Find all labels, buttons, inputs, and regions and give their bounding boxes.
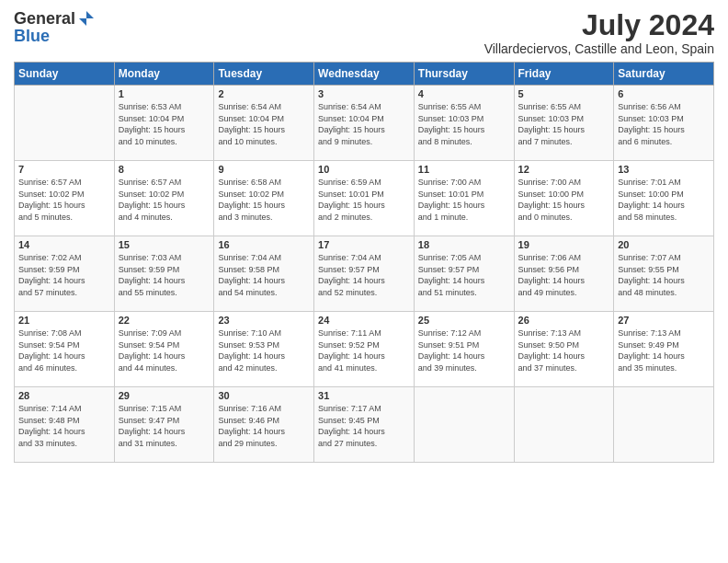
calendar-cell: 27Sunrise: 7:13 AM Sunset: 9:49 PM Dayli… [614, 312, 714, 387]
day-number: 3 [318, 88, 410, 99]
day-number: 1 [119, 88, 210, 99]
calendar-cell: 4Sunrise: 6:55 AM Sunset: 10:03 PM Dayli… [414, 86, 514, 161]
calendar-cell: 23Sunrise: 7:10 AM Sunset: 9:53 PM Dayli… [214, 312, 314, 387]
day-info: Sunrise: 7:12 AM Sunset: 9:51 PM Dayligh… [418, 327, 510, 373]
day-info: Sunrise: 7:13 AM Sunset: 9:50 PM Dayligh… [518, 327, 610, 373]
calendar-cell: 21Sunrise: 7:08 AM Sunset: 9:54 PM Dayli… [15, 312, 115, 387]
day-info: Sunrise: 6:55 AM Sunset: 10:03 PM Daylig… [518, 101, 610, 147]
month-title: July 2024 [484, 9, 714, 41]
day-info: Sunrise: 6:54 AM Sunset: 10:04 PM Daylig… [218, 101, 310, 147]
calendar-cell [514, 387, 614, 463]
calendar-cell: 19Sunrise: 7:06 AM Sunset: 9:56 PM Dayli… [514, 236, 614, 312]
day-info: Sunrise: 7:01 AM Sunset: 10:00 PM Daylig… [618, 177, 710, 223]
day-number: 22 [119, 315, 210, 326]
calendar-cell: 14Sunrise: 7:02 AM Sunset: 9:59 PM Dayli… [15, 236, 115, 312]
calendar-cell: 9Sunrise: 6:58 AM Sunset: 10:02 PM Dayli… [214, 161, 314, 236]
calendar-cell: 30Sunrise: 7:16 AM Sunset: 9:46 PM Dayli… [214, 387, 314, 463]
day-info: Sunrise: 6:53 AM Sunset: 10:04 PM Daylig… [119, 101, 210, 147]
week-row-3: 21Sunrise: 7:08 AM Sunset: 9:54 PM Dayli… [15, 312, 714, 387]
logo: General Blue [14, 9, 96, 46]
day-info: Sunrise: 7:02 AM Sunset: 9:59 PM Dayligh… [18, 252, 110, 298]
day-number: 24 [318, 315, 410, 326]
col-saturday: Saturday [614, 63, 714, 86]
week-row-0: 1Sunrise: 6:53 AM Sunset: 10:04 PM Dayli… [15, 86, 714, 161]
day-info: Sunrise: 7:14 AM Sunset: 9:48 PM Dayligh… [18, 403, 110, 449]
day-info: Sunrise: 6:57 AM Sunset: 10:02 PM Daylig… [119, 177, 210, 223]
page: General Blue July 2024 Villardeciervos, … [0, 0, 728, 563]
day-number: 2 [218, 88, 310, 99]
logo-general: General [14, 9, 75, 29]
calendar-cell [414, 387, 514, 463]
day-number: 6 [618, 88, 710, 99]
calendar-cell: 2Sunrise: 6:54 AM Sunset: 10:04 PM Dayli… [214, 86, 314, 161]
day-number: 7 [18, 164, 110, 175]
day-number: 27 [618, 315, 710, 326]
calendar-cell: 11Sunrise: 7:00 AM Sunset: 10:01 PM Dayl… [414, 161, 514, 236]
day-number: 16 [218, 239, 310, 250]
calendar-cell: 18Sunrise: 7:05 AM Sunset: 9:57 PM Dayli… [414, 236, 514, 312]
day-number: 31 [318, 390, 410, 401]
day-info: Sunrise: 7:07 AM Sunset: 9:55 PM Dayligh… [618, 252, 710, 298]
day-number: 8 [119, 164, 210, 175]
week-row-1: 7Sunrise: 6:57 AM Sunset: 10:02 PM Dayli… [15, 161, 714, 236]
calendar-cell: 8Sunrise: 6:57 AM Sunset: 10:02 PM Dayli… [114, 161, 214, 236]
day-number: 29 [119, 390, 210, 401]
calendar-cell: 31Sunrise: 7:17 AM Sunset: 9:45 PM Dayli… [314, 387, 415, 463]
logo-icon [77, 9, 96, 28]
day-number: 5 [518, 88, 610, 99]
day-number: 18 [418, 239, 510, 250]
day-number: 12 [518, 164, 610, 175]
calendar-cell: 16Sunrise: 7:04 AM Sunset: 9:58 PM Dayli… [214, 236, 314, 312]
calendar-cell: 29Sunrise: 7:15 AM Sunset: 9:47 PM Dayli… [114, 387, 214, 463]
day-number: 14 [18, 239, 110, 250]
day-info: Sunrise: 7:08 AM Sunset: 9:54 PM Dayligh… [18, 327, 110, 373]
calendar-cell: 6Sunrise: 6:56 AM Sunset: 10:03 PM Dayli… [614, 86, 714, 161]
col-thursday: Thursday [414, 63, 514, 86]
day-number: 21 [18, 315, 110, 326]
day-info: Sunrise: 7:13 AM Sunset: 9:49 PM Dayligh… [618, 327, 710, 373]
col-sunday: Sunday [15, 63, 115, 86]
calendar-cell: 20Sunrise: 7:07 AM Sunset: 9:55 PM Dayli… [614, 236, 714, 312]
calendar-cell: 1Sunrise: 6:53 AM Sunset: 10:04 PM Dayli… [114, 86, 214, 161]
day-info: Sunrise: 7:16 AM Sunset: 9:46 PM Dayligh… [218, 403, 310, 449]
logo-blue: Blue [14, 27, 50, 46]
day-info: Sunrise: 6:56 AM Sunset: 10:03 PM Daylig… [618, 101, 710, 147]
day-info: Sunrise: 6:55 AM Sunset: 10:03 PM Daylig… [418, 101, 510, 147]
title-block: July 2024 Villardeciervos, Castille and … [484, 9, 714, 56]
header-row: Sunday Monday Tuesday Wednesday Thursday… [15, 63, 714, 86]
day-info: Sunrise: 6:57 AM Sunset: 10:02 PM Daylig… [18, 177, 110, 223]
calendar-cell: 7Sunrise: 6:57 AM Sunset: 10:02 PM Dayli… [15, 161, 115, 236]
day-number: 28 [18, 390, 110, 401]
day-number: 26 [518, 315, 610, 326]
svg-marker-0 [79, 11, 94, 26]
calendar-cell [15, 86, 115, 161]
calendar-cell: 22Sunrise: 7:09 AM Sunset: 9:54 PM Dayli… [114, 312, 214, 387]
col-friday: Friday [514, 63, 614, 86]
day-number: 13 [618, 164, 710, 175]
calendar-cell: 25Sunrise: 7:12 AM Sunset: 9:51 PM Dayli… [414, 312, 514, 387]
calendar-cell: 17Sunrise: 7:04 AM Sunset: 9:57 PM Dayli… [314, 236, 415, 312]
calendar-cell: 26Sunrise: 7:13 AM Sunset: 9:50 PM Dayli… [514, 312, 614, 387]
calendar-cell: 13Sunrise: 7:01 AM Sunset: 10:00 PM Dayl… [614, 161, 714, 236]
day-number: 9 [218, 164, 310, 175]
day-info: Sunrise: 7:04 AM Sunset: 9:57 PM Dayligh… [318, 252, 410, 298]
location-title: Villardeciervos, Castille and Leon, Spai… [484, 41, 714, 56]
day-number: 11 [418, 164, 510, 175]
day-info: Sunrise: 7:05 AM Sunset: 9:57 PM Dayligh… [418, 252, 510, 298]
day-info: Sunrise: 7:03 AM Sunset: 9:59 PM Dayligh… [119, 252, 210, 298]
day-info: Sunrise: 7:06 AM Sunset: 9:56 PM Dayligh… [518, 252, 610, 298]
day-info: Sunrise: 7:10 AM Sunset: 9:53 PM Dayligh… [218, 327, 310, 373]
day-number: 23 [218, 315, 310, 326]
week-row-4: 28Sunrise: 7:14 AM Sunset: 9:48 PM Dayli… [15, 387, 714, 463]
calendar-table: Sunday Monday Tuesday Wednesday Thursday… [14, 62, 714, 463]
calendar-cell: 24Sunrise: 7:11 AM Sunset: 9:52 PM Dayli… [314, 312, 415, 387]
day-number: 30 [218, 390, 310, 401]
day-number: 20 [618, 239, 710, 250]
header: General Blue July 2024 Villardeciervos, … [14, 9, 714, 56]
calendar-cell [614, 387, 714, 463]
day-info: Sunrise: 7:15 AM Sunset: 9:47 PM Dayligh… [119, 403, 210, 449]
day-info: Sunrise: 6:59 AM Sunset: 10:01 PM Daylig… [318, 177, 410, 223]
day-number: 4 [418, 88, 510, 99]
day-number: 10 [318, 164, 410, 175]
day-info: Sunrise: 7:00 AM Sunset: 10:01 PM Daylig… [418, 177, 510, 223]
